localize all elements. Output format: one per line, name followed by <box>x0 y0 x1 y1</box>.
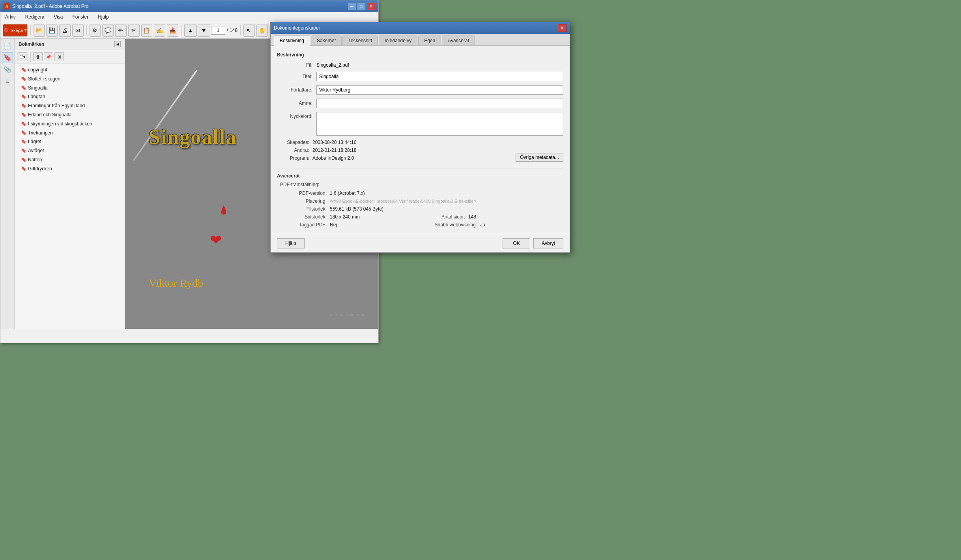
file-row: Fil: Singoalla_2.pdf <box>277 62 563 68</box>
author-label: Författare: <box>277 87 316 93</box>
pagesize-key: Sidstorlek: <box>286 214 330 220</box>
dialog-tabs: Beskrivning Säkerhet Teckensnitt Inledan… <box>271 34 570 46</box>
author-field[interactable] <box>316 85 563 95</box>
tab-avancerat[interactable]: Avancerat <box>442 35 475 45</box>
pagesize-value: 180 x 240 mm <box>330 214 360 220</box>
title-row: Titel: <box>277 72 563 81</box>
application-label: Program: <box>277 155 312 161</box>
subject-label: Ämne: <box>277 101 316 106</box>
application-value: Adobe InDesign 2.0 <box>312 155 354 161</box>
other-metadata-button[interactable]: Övriga metadata... <box>516 153 563 162</box>
filesize-key: Filstorlek: <box>286 206 330 212</box>
dialog-title: Dokumentegenskaper <box>274 25 320 31</box>
placement-key: Placering: <box>286 198 330 204</box>
tab-sakerhet[interactable]: Säkerhet <box>311 35 342 45</box>
pagesize-row: Sidstorlek: 180 x 240 mm <box>286 214 425 220</box>
dialog-content: Beskrivning Fil: Singoalla_2.pdf Titel: … <box>271 46 570 234</box>
advanced-label: Avancerat <box>277 173 563 179</box>
dialog-close-button[interactable]: ✕ <box>558 24 567 32</box>
ok-button[interactable]: OK <box>503 238 530 248</box>
fastwebview-row: Snabb webbvisning: Ja <box>425 222 563 228</box>
dialog-title-bar: Dokumentegenskaper ✕ <box>271 22 570 34</box>
dates-section: Skapades: 2003-08-20 13:44:16 Ändrat: 20… <box>277 140 516 163</box>
application-row: Program: Adobe InDesign 2.0 <box>277 155 516 161</box>
section-divider <box>277 168 563 168</box>
placement-row: Placering: W:\00 Ebook\E-böcker i proces… <box>277 198 563 204</box>
cancel-button[interactable]: Avbryt <box>533 238 563 248</box>
created-label: Skapades: <box>277 140 312 145</box>
description-section-label: Beskrivning <box>277 52 563 58</box>
dialog-overlay: Dokumentegenskaper ✕ Beskrivning Säkerhe… <box>0 0 961 560</box>
title-field[interactable] <box>316 72 563 81</box>
tab-beskrivning[interactable]: Beskrivning <box>274 35 310 46</box>
tab-inledande-vy[interactable]: Inledande vy <box>379 35 417 45</box>
subject-field[interactable] <box>316 99 563 108</box>
keywords-label: Nyckelord: <box>277 114 316 119</box>
keywords-field[interactable] <box>316 112 563 136</box>
pagecount-key: Antal sidor: <box>425 214 468 220</box>
placement-value: W:\00 Ebook\E-böcker i process\04 Verifi… <box>330 199 476 203</box>
created-value: 2003-08-20 13:44:16 <box>312 140 356 145</box>
modified-row: Ändrat: 2012-01-21 18:28:18 <box>277 147 516 153</box>
advanced-section: Avancerat PDF-framställning: PDF-version… <box>277 173 563 228</box>
help-button[interactable]: Hjälp <box>277 238 305 248</box>
file-label: Fil: <box>277 62 316 68</box>
pdf-production-label: PDF-framställning: <box>277 182 563 187</box>
author-row: Författare: <box>277 85 563 95</box>
pagecount-value: 148 <box>468 214 476 220</box>
version-key: PDF-version: <box>286 190 330 196</box>
modified-label: Ändrat: <box>277 147 312 153</box>
fastwebview-key: Snabb webbvisning: <box>425 222 480 228</box>
tab-egen[interactable]: Egen <box>418 35 441 45</box>
fastwebview-value: Ja <box>480 222 485 228</box>
filesize-value: 559,61 kB (573 045 Byte) <box>330 206 383 212</box>
tab-teckensnitt[interactable]: Teckensnitt <box>342 35 378 45</box>
file-value: Singoalla_2.pdf <box>316 62 349 68</box>
metadata-btn-container: Övriga metadata... <box>516 140 563 163</box>
tagged-value: Nej <box>330 222 337 228</box>
pagecount-row: Antal sidor: 148 <box>425 214 563 220</box>
version-value: 1.6 (Acrobat 7.x) <box>330 190 365 196</box>
tagged-row: Taggad PDF: Nej <box>286 222 425 228</box>
subject-row: Ämne: <box>277 99 563 108</box>
keywords-row: Nyckelord: <box>277 112 563 136</box>
dialog-footer: Hjälp OK Avbryt <box>271 234 570 252</box>
tagged-key: Taggad PDF: <box>286 222 330 228</box>
properties-dialog: Dokumentegenskaper ✕ Beskrivning Säkerhe… <box>270 22 570 253</box>
created-row: Skapades: 2003-08-20 13:44:16 <box>277 140 516 145</box>
modified-value: 2012-01-21 18:28:18 <box>312 147 356 153</box>
version-row: PDF-version: 1.6 (Acrobat 7.x) <box>277 190 563 196</box>
title-field-label: Titel: <box>277 74 316 79</box>
filesize-row: Filstorlek: 559,61 kB (573 045 Byte) <box>277 206 563 212</box>
